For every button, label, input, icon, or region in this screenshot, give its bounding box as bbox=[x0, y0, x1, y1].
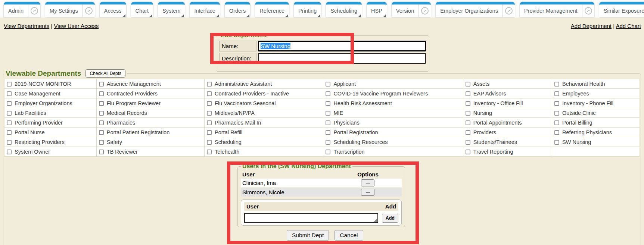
department-cell-pharmacies-mail-in: Pharmacies-Mail In bbox=[205, 118, 323, 128]
view-user-access-link[interactable]: View User Access bbox=[54, 23, 99, 29]
tab-strip: Admin↗My Settings↗AccessChartSystemInter… bbox=[4, 2, 644, 17]
department-checkbox[interactable] bbox=[554, 101, 559, 106]
view-links: View Departments | View User Access bbox=[4, 23, 99, 29]
department-checkbox[interactable] bbox=[554, 91, 559, 96]
add-department-link[interactable]: Add Department bbox=[571, 23, 612, 29]
department-checkbox[interactable] bbox=[466, 91, 470, 96]
department-label: Administrative Assistant bbox=[215, 81, 272, 87]
department-checkbox[interactable] bbox=[99, 101, 104, 106]
popout-icon[interactable]: ↗ bbox=[503, 4, 515, 17]
department-checkbox[interactable] bbox=[554, 140, 559, 145]
department-checkbox[interactable] bbox=[326, 91, 330, 96]
department-checkbox[interactable] bbox=[466, 101, 470, 106]
view-departments-link[interactable]: View Departments bbox=[4, 23, 49, 29]
tab-interface[interactable]: Interface bbox=[190, 2, 220, 17]
department-checkbox[interactable] bbox=[207, 120, 212, 125]
department-checkbox[interactable] bbox=[7, 111, 12, 116]
department-label: Portal Nurse bbox=[15, 129, 45, 135]
department-checkbox[interactable] bbox=[326, 111, 330, 116]
tab-label: Provider Management bbox=[520, 4, 582, 17]
department-checkbox[interactable] bbox=[99, 150, 104, 154]
department-cell-administrative-assistant: Administrative Assistant bbox=[205, 79, 323, 89]
check-all-depts-button[interactable]: Check All Depts bbox=[85, 69, 125, 78]
department-checkbox[interactable] bbox=[7, 140, 12, 145]
department-checkbox[interactable] bbox=[207, 82, 212, 87]
tab-scheduling[interactable]: Scheduling bbox=[326, 2, 362, 17]
tab-orders[interactable]: Orders bbox=[225, 2, 250, 17]
department-checkbox[interactable] bbox=[326, 120, 330, 125]
tab-access[interactable]: Access bbox=[100, 2, 126, 17]
tab-system[interactable]: System bbox=[158, 2, 185, 17]
department-checkbox[interactable] bbox=[99, 91, 104, 96]
department-checkbox[interactable] bbox=[7, 130, 12, 135]
department-checkbox[interactable] bbox=[326, 130, 330, 135]
department-checkbox[interactable] bbox=[207, 140, 212, 145]
department-users-panel: Users in the (SW Nursing) Department Use… bbox=[237, 163, 405, 227]
department-checkbox[interactable] bbox=[99, 111, 104, 116]
department-checkbox[interactable] bbox=[466, 82, 470, 87]
department-checkbox[interactable] bbox=[7, 91, 12, 96]
tab-my-settings[interactable]: My Settings↗ bbox=[45, 2, 95, 17]
remove-user-button[interactable]: — bbox=[361, 179, 374, 186]
department-checkbox[interactable] bbox=[99, 140, 104, 145]
department-label: Scheduling bbox=[215, 139, 242, 145]
popout-icon[interactable]: ↗ bbox=[419, 4, 431, 17]
department-checkbox[interactable] bbox=[466, 111, 470, 116]
department-name-input[interactable]: SW Nursing bbox=[258, 41, 426, 51]
popout-icon[interactable]: ↗ bbox=[83, 4, 95, 17]
department-checkbox[interactable] bbox=[554, 120, 559, 125]
department-checkbox[interactable] bbox=[7, 120, 12, 125]
tab-admin[interactable]: Admin↗ bbox=[4, 2, 40, 17]
add-user-row: Add bbox=[244, 213, 398, 223]
department-checkbox[interactable] bbox=[554, 130, 559, 135]
department-checkbox[interactable] bbox=[207, 130, 212, 135]
department-description-input[interactable] bbox=[258, 53, 426, 64]
tab-hsp[interactable]: HSP bbox=[367, 2, 387, 17]
department-checkbox[interactable] bbox=[326, 140, 330, 145]
department-checkbox[interactable] bbox=[326, 101, 330, 106]
cancel-button[interactable]: Cancel bbox=[335, 230, 363, 241]
department-checkbox[interactable] bbox=[99, 120, 104, 125]
department-checkbox[interactable] bbox=[207, 101, 212, 106]
department-checkbox[interactable] bbox=[326, 150, 330, 154]
department-checkbox[interactable] bbox=[466, 120, 470, 125]
department-label: Contracted Providers bbox=[107, 91, 158, 97]
department-checkbox[interactable] bbox=[207, 150, 212, 154]
department-checkbox[interactable] bbox=[207, 111, 212, 116]
tab-employer-organizations[interactable]: Employer Organizations↗ bbox=[436, 2, 515, 17]
popout-icon[interactable]: ↗ bbox=[582, 4, 594, 17]
add-user-box: User Add Add bbox=[241, 200, 402, 226]
tab-similar-exposure-groups-segs[interactable]: Similar Exposure Groups (SEGs)↗ bbox=[599, 2, 644, 17]
department-checkbox[interactable] bbox=[7, 101, 12, 106]
department-label: COVID-19 Vaccine Program Reviewers bbox=[333, 91, 428, 97]
departments-row: Case ManagementContracted ProvidersContr… bbox=[4, 89, 640, 98]
department-checkbox[interactable] bbox=[466, 150, 470, 154]
tab-reference[interactable]: Reference bbox=[255, 2, 289, 17]
add-user-button[interactable]: Add bbox=[382, 214, 398, 223]
department-checkbox[interactable] bbox=[7, 82, 12, 87]
tab-chart[interactable]: Chart bbox=[131, 2, 153, 17]
department-checkbox[interactable] bbox=[326, 82, 330, 87]
department-cell-system-owner: System Owner bbox=[4, 147, 97, 157]
tab-label: Printing bbox=[294, 4, 321, 17]
department-label: Physicians bbox=[333, 120, 359, 126]
department-label: Inventory - Phone Fill bbox=[562, 100, 613, 106]
department-label: 2019-NCOV MONITOR bbox=[15, 81, 71, 87]
tab-provider-management[interactable]: Provider Management↗ bbox=[520, 2, 594, 17]
department-checkbox[interactable] bbox=[99, 82, 104, 87]
department-checkbox[interactable] bbox=[466, 130, 470, 135]
tab-printing[interactable]: Printing bbox=[294, 2, 321, 17]
department-checkbox[interactable] bbox=[7, 150, 12, 154]
remove-user-button[interactable]: — bbox=[361, 189, 374, 196]
department-checkbox[interactable] bbox=[554, 82, 559, 87]
department-checkbox[interactable] bbox=[554, 111, 559, 116]
add-user-input[interactable] bbox=[244, 213, 378, 223]
department-cell-assets: Assets bbox=[463, 79, 552, 89]
add-chart-link[interactable]: Add Chart bbox=[616, 23, 641, 29]
department-checkbox[interactable] bbox=[99, 130, 104, 135]
popout-icon[interactable]: ↗ bbox=[28, 4, 40, 17]
department-checkbox[interactable] bbox=[466, 140, 470, 145]
department-checkbox[interactable] bbox=[207, 91, 212, 96]
submit-dept-button[interactable]: Submit Dept bbox=[287, 230, 329, 241]
tab-version[interactable]: Version↗ bbox=[392, 2, 431, 17]
